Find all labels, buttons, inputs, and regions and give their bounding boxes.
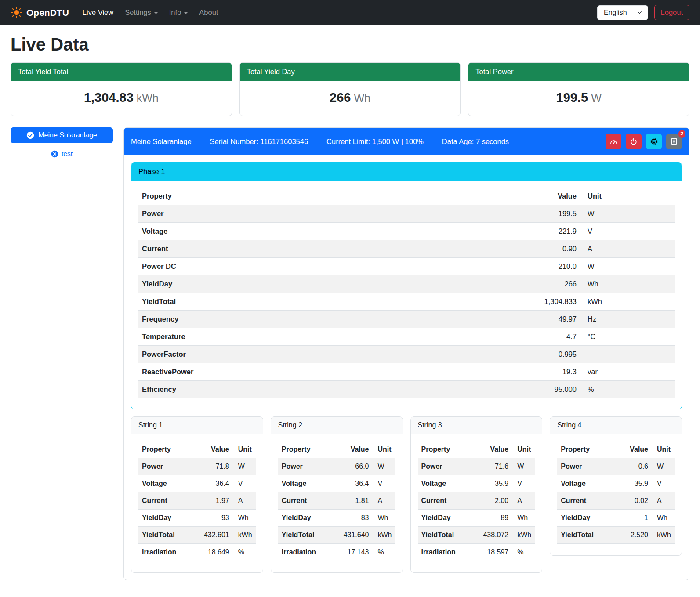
property-cell: Voltage: [138, 475, 199, 492]
string-table: Property Value Unit Power: [138, 441, 256, 561]
value-cell: 2.00: [479, 492, 512, 510]
unit-cell: V: [373, 475, 395, 492]
summary-card-title: Total Power: [468, 63, 689, 81]
sidebar-item-test[interactable]: test: [11, 150, 113, 158]
nav-right: English Logout: [597, 5, 689, 20]
property-cell: Irradiation: [138, 544, 199, 561]
nav-about[interactable]: About: [193, 5, 224, 20]
property-cell: YieldDay: [557, 510, 618, 527]
value-cell: 93: [199, 510, 233, 527]
summary-card-unit: Wh: [354, 92, 370, 104]
property-cell: Current: [418, 492, 479, 510]
limit-settings-button[interactable]: [606, 134, 621, 149]
table-row: YieldDay 93 Wh: [138, 510, 256, 527]
summary-card-value: 266: [330, 90, 351, 105]
property-cell: Voltage: [418, 475, 479, 492]
phase-body: Property Value Unit Power 199.5: [131, 181, 682, 409]
table-row: YieldDay 266 Wh: [138, 275, 675, 293]
table-row: YieldTotal 438.072 kWh: [418, 527, 535, 544]
value-cell: 0.02: [618, 492, 652, 510]
table-row: Current 0.90 A: [138, 240, 675, 258]
column-header-value: Value: [501, 188, 580, 205]
property-cell: Temperature: [138, 328, 501, 346]
unit-cell: W: [233, 458, 256, 475]
chevron-down-icon: [184, 12, 188, 14]
property-cell: Power DC: [138, 258, 501, 275]
language-select[interactable]: English: [597, 5, 648, 20]
property-cell: Voltage: [557, 475, 618, 492]
table-row: Current 2.00 A: [418, 492, 535, 510]
value-cell: 18.649: [199, 544, 233, 561]
logout-button[interactable]: Logout: [654, 5, 689, 20]
table-header-row: Property Value Unit: [557, 441, 675, 458]
table-row: Irradiation 17.143 %: [278, 544, 395, 561]
property-cell: Current: [557, 492, 618, 510]
nav-links: Live View Settings Info About: [77, 5, 224, 20]
string-table: Property Value Unit Power: [418, 441, 535, 561]
summary-card-body: 1,304.83kWh: [11, 81, 232, 116]
unit-cell: %: [373, 544, 395, 561]
unit-cell: A: [233, 492, 256, 510]
table-row: ReactivePower 19.3 var: [138, 363, 675, 381]
property-cell: Current: [138, 240, 501, 258]
nav-live-view[interactable]: Live View: [77, 5, 119, 20]
unit-cell: Wh: [512, 510, 535, 527]
gauge-icon: [609, 137, 618, 146]
table-row: Power DC 210.0 W: [138, 258, 675, 275]
table-row: Power 66.0 W: [278, 458, 395, 475]
column-header-unit: Unit: [373, 441, 395, 458]
nav-info[interactable]: Info: [163, 5, 194, 20]
column-header-property: Property: [278, 441, 339, 458]
table-row: YieldDay 89 Wh: [418, 510, 535, 527]
inverter-name: Meine Solaranlage: [131, 137, 192, 146]
property-cell: PowerFactor: [138, 346, 501, 363]
unit-cell: W: [652, 458, 675, 475]
property-cell: Voltage: [278, 475, 339, 492]
value-cell: 18.597: [479, 544, 512, 561]
property-cell: YieldTotal: [138, 293, 501, 311]
string-body: Property Value Unit Power: [271, 434, 403, 572]
property-cell: Current: [138, 492, 199, 510]
event-log-button[interactable]: 2: [666, 134, 682, 149]
property-cell: YieldDay: [418, 510, 479, 527]
brand[interactable]: OpenDTU: [11, 7, 69, 18]
property-cell: Voltage: [138, 223, 501, 240]
unit-cell: [580, 346, 675, 363]
column-header-property: Property: [138, 441, 199, 458]
value-cell: 89: [479, 510, 512, 527]
column-header-unit: Unit: [233, 441, 256, 458]
table-row: YieldTotal 1,304.833 kWh: [138, 293, 675, 311]
string-table: Property Value Unit Power: [278, 441, 395, 561]
unit-cell: Wh: [652, 510, 675, 527]
content: Meine Solaranlage test Meine Solaranlage…: [11, 127, 689, 580]
value-cell: 432.601: [199, 527, 233, 544]
table-header-row: Property Value Unit: [418, 441, 535, 458]
unit-cell: W: [373, 458, 395, 475]
property-cell: Power: [138, 458, 199, 475]
device-info-button[interactable]: [646, 134, 662, 149]
value-cell: 0.995: [501, 346, 580, 363]
power-button[interactable]: [626, 134, 642, 149]
string-body: Property Value Unit Power: [550, 434, 682, 555]
string-card-2: String 2 Property Value Unit: [271, 416, 403, 573]
unit-cell: Hz: [580, 311, 675, 328]
table-row: Voltage 221.9 V: [138, 223, 675, 240]
inverter-actions: 2: [606, 134, 682, 149]
string-card-3: String 3 Property Value Unit: [410, 416, 543, 573]
phase-title: Phase 1: [131, 163, 682, 181]
string-body: Property Value Unit Power: [411, 434, 542, 572]
value-cell: 438.072: [479, 527, 512, 544]
column-header-unit: Unit: [580, 188, 675, 205]
table-header-row: Property Value Unit: [278, 441, 395, 458]
unit-cell: A: [580, 240, 675, 258]
table-row: PowerFactor 0.995: [138, 346, 675, 363]
inverter-card-header: Meine Solaranlage Serial Number: 1161716…: [124, 128, 689, 155]
nav-settings[interactable]: Settings: [119, 5, 163, 20]
property-cell: Irradiation: [278, 544, 339, 561]
sidebar-item-meine-solaranlage[interactable]: Meine Solaranlage: [11, 127, 113, 143]
property-cell: YieldDay: [138, 275, 501, 293]
string-title: String 2: [271, 417, 403, 434]
page-title: Live Data: [11, 35, 689, 54]
value-cell: 431.640: [339, 527, 373, 544]
table-row: YieldTotal 2.520 kWh: [557, 527, 675, 544]
